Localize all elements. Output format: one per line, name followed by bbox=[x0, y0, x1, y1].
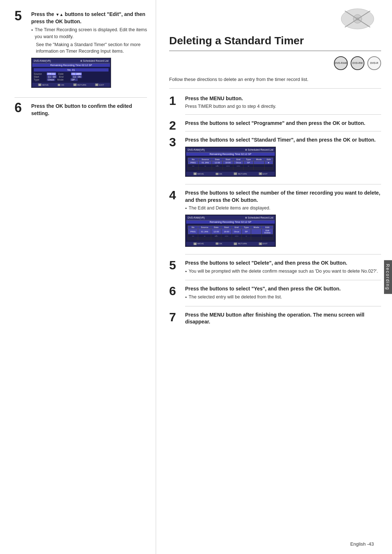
right-step7-content: Press the MENU button after finishing th… bbox=[185, 311, 381, 330]
screen3-title-bar: Remaining Recording Time 02:12 SP bbox=[186, 152, 275, 156]
screen4-title-bar: Remaining Recording Time 02:12 SP bbox=[186, 220, 275, 224]
screen3-row1: PR01 01 JAN 12:00 19:00 Once SP ► bbox=[188, 161, 273, 164]
right-step6-title: Press the buttons to select "Yes", and t… bbox=[185, 285, 381, 293]
dvd-rw-label: DVD-RW bbox=[352, 62, 363, 65]
dvd-r-label: DVD-R bbox=[370, 62, 378, 65]
return3-label: RETURN bbox=[238, 173, 247, 175]
right-step7-title: Press the MENU button after finishing th… bbox=[185, 311, 381, 326]
ok3-sym: □ bbox=[216, 173, 219, 175]
exit4-label: EXIT bbox=[263, 243, 268, 245]
col4-type: Type bbox=[241, 225, 251, 229]
header-svg bbox=[334, 7, 381, 31]
screen3-body: No Source Date Start End Type Mode Edit bbox=[186, 156, 275, 171]
screen-mockup-step4: DVD-RAM(VR) ⊕ Scheduled Record List Rema… bbox=[185, 215, 276, 247]
screen-header-step5: DVD-RAM(VR) ⊕ Scheduled Record List bbox=[32, 59, 110, 64]
footer3-move: ⊕ MOVE bbox=[193, 172, 204, 175]
right-step4-content: Press the buttons to select the number o… bbox=[185, 190, 381, 254]
screen-row-source: Source PR 01 Date 01 JAN bbox=[34, 73, 109, 75]
left-step5-title: Press the buttons to select "Edit", and … bbox=[31, 11, 147, 25]
screen3-header-right: ⊕ Scheduled Record List bbox=[245, 148, 273, 151]
row4-2-no: --- bbox=[188, 234, 198, 237]
row4-1-type: SP bbox=[241, 229, 251, 234]
footer4-ok: □ OK bbox=[216, 243, 222, 245]
move-btn-sym: ⊕ bbox=[38, 83, 41, 86]
screen-mockup-step5: DVD-RAM(VR) ⊕ Scheduled Record List Rema… bbox=[31, 58, 111, 88]
right-step2-title: Press the buttons to select "Programme" … bbox=[185, 120, 381, 127]
col4-edit: Edit bbox=[262, 225, 273, 229]
right-step-6: 6 Press the buttons to select "Yes", and… bbox=[169, 285, 381, 306]
left-step5-body: See the "Making a Standard Timer" sectio… bbox=[36, 41, 147, 55]
row1-no: PR01 bbox=[188, 161, 199, 164]
row2-mode bbox=[253, 164, 264, 168]
right-step-num-5: 5 bbox=[169, 259, 181, 271]
right-step-4: 4 Press the buttons to select the number… bbox=[169, 190, 381, 254]
col-date: Date bbox=[212, 158, 222, 161]
footer3-exit: ✕ EXIT bbox=[259, 172, 268, 175]
right-step3-content: Press the buttons to select "Standard Ti… bbox=[185, 137, 381, 184]
type-label: Type bbox=[34, 78, 45, 81]
exit3-label: EXIT bbox=[263, 173, 268, 175]
col4-end: End bbox=[232, 225, 241, 229]
left-step6-content: Press the OK button to confirm the edite… bbox=[31, 103, 147, 118]
row1-end: Once bbox=[233, 161, 244, 164]
right-step1-title: Press the MENU button. bbox=[185, 95, 381, 102]
col4-source: Source bbox=[198, 225, 211, 229]
tri-down-icon bbox=[56, 11, 60, 17]
ok-label: OK bbox=[61, 84, 64, 86]
row1-edit: ► bbox=[264, 161, 273, 164]
right-step2-content: Press the buttons to select "Programme" … bbox=[185, 120, 381, 132]
right-step-2: 2 Press the buttons to select "Programme… bbox=[169, 120, 381, 132]
col4-mode: Mode bbox=[251, 225, 262, 229]
right-step-num-7: 7 bbox=[169, 311, 181, 323]
return4-label: RETURN bbox=[238, 243, 247, 245]
left-step6-title: Press the OK button to confirm the edite… bbox=[31, 103, 147, 117]
footer4-return: ↩ RETURN bbox=[234, 243, 247, 245]
footer-exit: ✕ EXIT bbox=[95, 83, 104, 86]
side-tab-label: Recording bbox=[385, 264, 390, 290]
right-step3-title: Press the buttons to select "Standard Ti… bbox=[185, 137, 381, 144]
screen4-table-head: No Source Date Start End Type Mode Edit bbox=[188, 225, 273, 229]
right-step4-bullet: The Edit and Delete items are displayed. bbox=[185, 205, 381, 212]
row1-type: SP bbox=[244, 161, 253, 164]
source-label: Source bbox=[34, 73, 45, 75]
row2-end: --:-- bbox=[233, 164, 244, 168]
divider-left-1 bbox=[15, 97, 147, 98]
col-edit: Edit bbox=[264, 158, 273, 161]
row4-1-edit: EditDelete bbox=[262, 229, 273, 234]
move-label: MOVE bbox=[42, 84, 49, 86]
end-val: 11 : 00 bbox=[72, 76, 82, 78]
right-step-1: 1 Press the MENU button. Press TIMER but… bbox=[169, 95, 381, 115]
return-btn-sym: ↩ bbox=[73, 83, 77, 86]
scissors-graphic bbox=[334, 7, 381, 31]
move3-label: MOVE bbox=[197, 173, 204, 175]
col-source: Source bbox=[199, 158, 212, 161]
screen4-row2: --- -- --/-- --:-- --:-- -- bbox=[188, 234, 273, 237]
footer4-move: ⊕ MOVE bbox=[193, 243, 204, 245]
footer-return: ↩ RETURN bbox=[73, 83, 86, 86]
screen-no-label: No. 01 bbox=[34, 68, 109, 72]
type-val: Once bbox=[47, 78, 55, 81]
right-step5-bullet1: You will be prompted with the delete con… bbox=[185, 268, 381, 275]
screen-mockup-step3: DVD-RAM(VR) ⊕ Scheduled Record List Rema… bbox=[185, 147, 276, 177]
right-step-num-4: 4 bbox=[169, 189, 181, 201]
footer3-ok: □ OK bbox=[216, 172, 222, 175]
right-step5-title: Press the buttons to select "Delete", an… bbox=[185, 260, 381, 267]
left-step5-bullet1: The Timer Recording screen is displayed.… bbox=[31, 27, 147, 40]
footer-move: ⊕ MOVE bbox=[38, 83, 49, 86]
move4-label: MOVE bbox=[197, 243, 204, 245]
screen4-footer: ⊕ MOVE □ OK ↩ RETURN ✕ E bbox=[186, 242, 275, 246]
col4-date: Date bbox=[211, 225, 221, 229]
move3-sym: ⊕ bbox=[193, 172, 197, 175]
screen-row-start: Start 11 : 00 End 11 : 00 bbox=[34, 76, 109, 78]
screen3-table-head: No Source Date Start End Type Mode Edit bbox=[188, 158, 273, 161]
screen3-table: No Source Date Start End Type Mode Edit bbox=[188, 158, 273, 170]
disc-icon-dvd-ram: DVD-RAM bbox=[334, 56, 348, 70]
row2-date: --/-- bbox=[212, 164, 222, 168]
row4-1-mode bbox=[251, 229, 262, 234]
left-step-6: 6 Press the OK button to confirm the edi… bbox=[15, 103, 147, 118]
col4-start: Start bbox=[221, 225, 232, 229]
screen4-row4 bbox=[188, 239, 273, 240]
page-footer: English -43 bbox=[350, 541, 374, 547]
right-step5-content: Press the buttons to select "Delete", an… bbox=[185, 260, 381, 280]
header-image-area bbox=[169, 7, 381, 31]
